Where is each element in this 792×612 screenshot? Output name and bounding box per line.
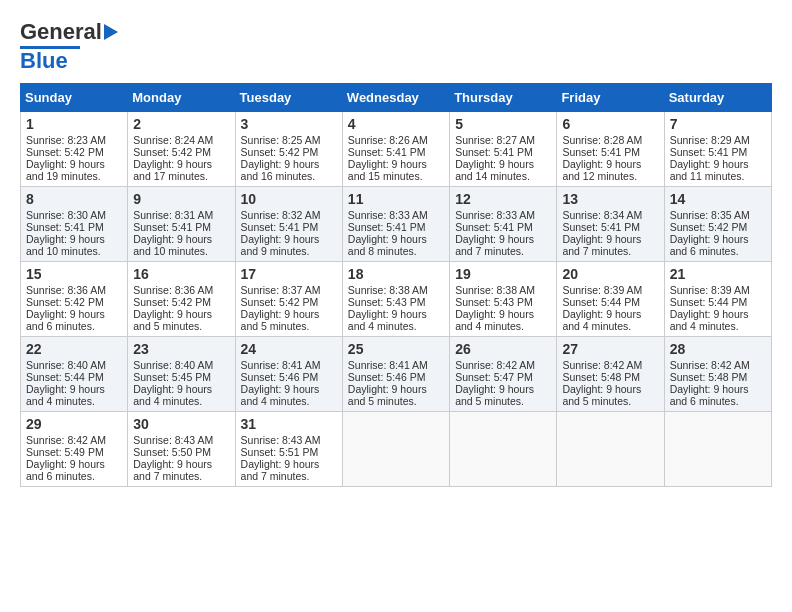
calendar-cell: 16Sunrise: 8:36 AMSunset: 5:42 PMDayligh…	[128, 262, 235, 337]
day-info: Sunrise: 8:42 AM	[26, 434, 122, 446]
day-info: Daylight: 9 hours and 4 minutes.	[670, 308, 766, 332]
day-number: 18	[348, 266, 444, 282]
calendar-cell: 6Sunrise: 8:28 AMSunset: 5:41 PMDaylight…	[557, 112, 664, 187]
calendar-cell: 13Sunrise: 8:34 AMSunset: 5:41 PMDayligh…	[557, 187, 664, 262]
day-number: 16	[133, 266, 229, 282]
day-info: Sunset: 5:41 PM	[348, 146, 444, 158]
day-info: Sunrise: 8:33 AM	[455, 209, 551, 221]
day-info: Sunset: 5:41 PM	[241, 221, 337, 233]
day-info: Daylight: 9 hours and 12 minutes.	[562, 158, 658, 182]
day-info: Sunset: 5:41 PM	[133, 221, 229, 233]
day-info: Daylight: 9 hours and 9 minutes.	[241, 233, 337, 257]
logo: General Blue	[20, 20, 118, 73]
day-info: Sunrise: 8:34 AM	[562, 209, 658, 221]
day-info: Daylight: 9 hours and 6 minutes.	[26, 458, 122, 482]
day-number: 12	[455, 191, 551, 207]
day-number: 23	[133, 341, 229, 357]
day-info: Daylight: 9 hours and 4 minutes.	[348, 308, 444, 332]
header-cell-sunday: Sunday	[21, 84, 128, 112]
day-info: Sunrise: 8:36 AM	[133, 284, 229, 296]
calendar-cell: 11Sunrise: 8:33 AMSunset: 5:41 PMDayligh…	[342, 187, 449, 262]
day-number: 9	[133, 191, 229, 207]
day-info: Sunrise: 8:24 AM	[133, 134, 229, 146]
day-info: Sunset: 5:47 PM	[455, 371, 551, 383]
day-info: Sunset: 5:46 PM	[348, 371, 444, 383]
calendar-cell: 14Sunrise: 8:35 AMSunset: 5:42 PMDayligh…	[664, 187, 771, 262]
day-number: 2	[133, 116, 229, 132]
day-info: Daylight: 9 hours and 4 minutes.	[26, 383, 122, 407]
day-info: Sunset: 5:42 PM	[133, 146, 229, 158]
day-info: Sunrise: 8:33 AM	[348, 209, 444, 221]
day-number: 1	[26, 116, 122, 132]
day-info: Sunrise: 8:39 AM	[562, 284, 658, 296]
calendar-table: SundayMondayTuesdayWednesdayThursdayFrid…	[20, 83, 772, 487]
day-number: 14	[670, 191, 766, 207]
calendar-cell: 31Sunrise: 8:43 AMSunset: 5:51 PMDayligh…	[235, 412, 342, 487]
day-info: Sunrise: 8:38 AM	[348, 284, 444, 296]
day-info: Sunrise: 8:23 AM	[26, 134, 122, 146]
day-number: 29	[26, 416, 122, 432]
calendar-cell: 8Sunrise: 8:30 AMSunset: 5:41 PMDaylight…	[21, 187, 128, 262]
day-info: Sunrise: 8:38 AM	[455, 284, 551, 296]
day-info: Daylight: 9 hours and 10 minutes.	[26, 233, 122, 257]
day-info: Daylight: 9 hours and 7 minutes.	[133, 458, 229, 482]
calendar-cell: 5Sunrise: 8:27 AMSunset: 5:41 PMDaylight…	[450, 112, 557, 187]
day-number: 30	[133, 416, 229, 432]
header-cell-thursday: Thursday	[450, 84, 557, 112]
day-info: Sunset: 5:41 PM	[348, 221, 444, 233]
calendar-cell: 28Sunrise: 8:42 AMSunset: 5:48 PMDayligh…	[664, 337, 771, 412]
day-info: Sunrise: 8:39 AM	[670, 284, 766, 296]
calendar-cell: 2Sunrise: 8:24 AMSunset: 5:42 PMDaylight…	[128, 112, 235, 187]
day-info: Sunset: 5:48 PM	[670, 371, 766, 383]
day-info: Sunrise: 8:40 AM	[26, 359, 122, 371]
calendar-cell: 29Sunrise: 8:42 AMSunset: 5:49 PMDayligh…	[21, 412, 128, 487]
day-info: Sunset: 5:48 PM	[562, 371, 658, 383]
calendar-week-row: 8Sunrise: 8:30 AMSunset: 5:41 PMDaylight…	[21, 187, 772, 262]
day-info: Sunrise: 8:42 AM	[455, 359, 551, 371]
day-info: Daylight: 9 hours and 4 minutes.	[133, 383, 229, 407]
day-number: 13	[562, 191, 658, 207]
day-info: Daylight: 9 hours and 5 minutes.	[348, 383, 444, 407]
day-info: Daylight: 9 hours and 15 minutes.	[348, 158, 444, 182]
day-info: Daylight: 9 hours and 6 minutes.	[670, 383, 766, 407]
calendar-week-row: 29Sunrise: 8:42 AMSunset: 5:49 PMDayligh…	[21, 412, 772, 487]
day-info: Daylight: 9 hours and 6 minutes.	[26, 308, 122, 332]
calendar-week-row: 22Sunrise: 8:40 AMSunset: 5:44 PMDayligh…	[21, 337, 772, 412]
day-info: Daylight: 9 hours and 11 minutes.	[670, 158, 766, 182]
day-info: Sunset: 5:41 PM	[562, 221, 658, 233]
day-info: Daylight: 9 hours and 14 minutes.	[455, 158, 551, 182]
day-number: 4	[348, 116, 444, 132]
day-info: Daylight: 9 hours and 7 minutes.	[562, 233, 658, 257]
calendar-cell: 15Sunrise: 8:36 AMSunset: 5:42 PMDayligh…	[21, 262, 128, 337]
day-info: Sunrise: 8:42 AM	[562, 359, 658, 371]
day-number: 26	[455, 341, 551, 357]
day-info: Sunset: 5:42 PM	[241, 296, 337, 308]
day-info: Sunset: 5:41 PM	[455, 146, 551, 158]
day-info: Sunrise: 8:43 AM	[133, 434, 229, 446]
day-number: 24	[241, 341, 337, 357]
calendar-cell: 19Sunrise: 8:38 AMSunset: 5:43 PMDayligh…	[450, 262, 557, 337]
day-info: Daylight: 9 hours and 8 minutes.	[348, 233, 444, 257]
calendar-cell: 20Sunrise: 8:39 AMSunset: 5:44 PMDayligh…	[557, 262, 664, 337]
day-number: 28	[670, 341, 766, 357]
day-info: Sunrise: 8:40 AM	[133, 359, 229, 371]
day-info: Sunrise: 8:42 AM	[670, 359, 766, 371]
calendar-week-row: 15Sunrise: 8:36 AMSunset: 5:42 PMDayligh…	[21, 262, 772, 337]
day-info: Sunrise: 8:29 AM	[670, 134, 766, 146]
logo-general: General	[20, 20, 102, 44]
calendar-cell: 4Sunrise: 8:26 AMSunset: 5:41 PMDaylight…	[342, 112, 449, 187]
day-number: 10	[241, 191, 337, 207]
day-info: Sunset: 5:51 PM	[241, 446, 337, 458]
calendar-cell: 26Sunrise: 8:42 AMSunset: 5:47 PMDayligh…	[450, 337, 557, 412]
day-info: Daylight: 9 hours and 5 minutes.	[455, 383, 551, 407]
day-info: Sunrise: 8:41 AM	[241, 359, 337, 371]
day-info: Sunset: 5:41 PM	[455, 221, 551, 233]
day-info: Sunset: 5:42 PM	[670, 221, 766, 233]
header-cell-wednesday: Wednesday	[342, 84, 449, 112]
calendar-cell: 12Sunrise: 8:33 AMSunset: 5:41 PMDayligh…	[450, 187, 557, 262]
day-info: Daylight: 9 hours and 16 minutes.	[241, 158, 337, 182]
day-info: Sunset: 5:42 PM	[26, 296, 122, 308]
day-info: Sunrise: 8:32 AM	[241, 209, 337, 221]
day-info: Daylight: 9 hours and 10 minutes.	[133, 233, 229, 257]
day-info: Sunset: 5:50 PM	[133, 446, 229, 458]
